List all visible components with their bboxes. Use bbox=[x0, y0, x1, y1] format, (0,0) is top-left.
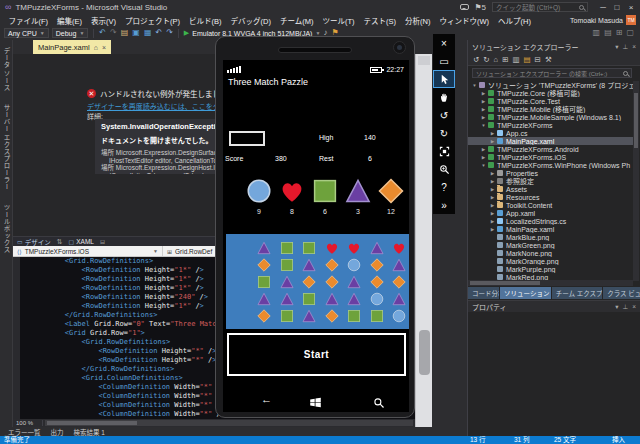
tree-item[interactable]: MarkGreen.png bbox=[468, 241, 633, 249]
board-triangle-piece[interactable] bbox=[280, 275, 294, 293]
split-view-icon[interactable]: ⊟ bbox=[100, 238, 105, 245]
scrollbar-handle[interactable] bbox=[634, 93, 638, 148]
emulator-fit-to-screen-button[interactable] bbox=[433, 142, 455, 160]
tree-item[interactable]: MarkPurple.png bbox=[468, 265, 633, 273]
panel-tab[interactable]: 検索結果 1 bbox=[74, 427, 105, 437]
expander-arrow-icon[interactable]: ▶ bbox=[489, 203, 496, 208]
menu-item[interactable]: デバッグ(D) bbox=[226, 15, 275, 26]
user-avatar[interactable]: TM bbox=[626, 15, 636, 25]
sync-with-active-document-icon[interactable]: ▤ bbox=[524, 55, 531, 64]
back-icon[interactable]: ↺ bbox=[473, 55, 479, 64]
board-diamond-piece[interactable] bbox=[257, 258, 271, 276]
build-configuration-dropdown[interactable]: Debug▼ bbox=[52, 28, 89, 38]
explorer-tab[interactable]: ソリューション エ… bbox=[500, 287, 551, 299]
navigate-forward-icon[interactable]: ↷ bbox=[110, 28, 117, 38]
board-diamond-piece[interactable] bbox=[325, 258, 339, 276]
panel-header-icon[interactable]: ⊥ bbox=[623, 303, 629, 311]
side-tool-tab[interactable]: ツールボックス bbox=[1, 204, 11, 253]
tree-item[interactable]: ▶MainPage.xaml bbox=[468, 225, 633, 233]
tree-item[interactable]: ▶App.cs bbox=[468, 129, 633, 137]
menu-item[interactable]: テスト(S) bbox=[359, 15, 401, 26]
side-tool-tab[interactable]: サーバー エクスプローラー bbox=[1, 104, 11, 190]
puzzle-board[interactable] bbox=[226, 234, 409, 329]
find-icon[interactable]: ▥ bbox=[593, 28, 601, 38]
home-icon[interactable]: ⌂ bbox=[494, 55, 499, 64]
expander-arrow-icon[interactable]: ▼ bbox=[471, 83, 478, 88]
menu-item[interactable]: ウィンドウ(W) bbox=[435, 15, 494, 26]
search-button[interactable] bbox=[373, 395, 385, 412]
tree-item[interactable]: ▶TMPuzzle.MobileSample (Windows 8.1) bbox=[468, 113, 633, 121]
tree-item[interactable]: ▶Toolkit.Content bbox=[468, 201, 633, 209]
tree-item[interactable]: MarkOrange.png bbox=[468, 257, 633, 265]
board-triangle-piece[interactable] bbox=[347, 292, 361, 310]
board-triangle-piece[interactable] bbox=[325, 292, 339, 310]
maximize-button[interactable]: □ bbox=[610, 3, 624, 12]
board-triangle-piece[interactable] bbox=[392, 258, 406, 276]
explorer-tab[interactable]: クラス ビュー bbox=[603, 287, 640, 299]
expander-arrow-icon[interactable]: ▶ bbox=[489, 195, 496, 200]
board-diamond-piece[interactable] bbox=[370, 258, 384, 276]
show-all-files-icon[interactable]: ▥ bbox=[512, 55, 519, 64]
scrollbar-handle[interactable] bbox=[419, 330, 430, 375]
expander-arrow-icon[interactable]: ▶ bbox=[480, 147, 487, 152]
panel-tab[interactable]: エラー一覧 bbox=[8, 427, 41, 437]
swap-panes-icon[interactable]: ⇅ bbox=[57, 238, 63, 246]
expander-arrow-icon[interactable]: ▶ bbox=[480, 91, 487, 96]
panel-header-icon[interactable]: ▾ bbox=[615, 43, 618, 51]
board-square-piece[interactable] bbox=[302, 292, 316, 310]
xaml-view-tab[interactable]: ▢ XAML bbox=[69, 238, 94, 245]
expander-arrow-icon[interactable]: ▶ bbox=[489, 211, 496, 216]
board-diamond-piece[interactable] bbox=[302, 275, 316, 293]
tree-item[interactable]: MarkNone.png bbox=[468, 249, 633, 257]
tree-item[interactable]: ▶TMPuzzleXForms.iOS bbox=[468, 153, 633, 161]
expander-arrow-icon[interactable]: ▶ bbox=[489, 227, 496, 232]
board-heart-piece[interactable] bbox=[392, 241, 406, 259]
board-diamond-piece[interactable] bbox=[325, 275, 339, 293]
expander-arrow-icon[interactable]: ▶ bbox=[489, 171, 496, 176]
board-square-piece[interactable] bbox=[257, 275, 271, 293]
minimize-button[interactable]: ─ bbox=[596, 3, 610, 12]
tree-item[interactable]: ▶LocalizedStrings.cs bbox=[468, 217, 633, 225]
board-triangle-piece[interactable] bbox=[370, 241, 384, 259]
navigate-backward-icon[interactable]: ↶ bbox=[99, 28, 106, 38]
tree-item[interactable]: MarkBlue.png bbox=[468, 233, 633, 241]
panel-header-icon[interactable]: × bbox=[632, 303, 636, 311]
board-circle-piece[interactable] bbox=[347, 258, 361, 276]
misc-icon[interactable]: ▢ bbox=[626, 28, 634, 38]
tree-item[interactable]: ▼TMPuzzleXForms bbox=[468, 121, 633, 129]
switch-views-icon[interactable]: ⊞ bbox=[502, 55, 508, 64]
board-square-piece[interactable] bbox=[280, 241, 294, 259]
empty-outline-button[interactable] bbox=[229, 131, 265, 146]
close-tab-icon[interactable]: × bbox=[102, 44, 106, 51]
feedback-icon[interactable] bbox=[460, 4, 469, 10]
emulator-zoom-button[interactable] bbox=[433, 160, 455, 178]
tree-vertical-scrollbar[interactable] bbox=[633, 81, 639, 281]
expander-arrow-icon[interactable]: ▶ bbox=[480, 115, 487, 120]
notifications-flag-icon[interactable]: ⚑5 bbox=[474, 3, 486, 12]
menu-item[interactable]: ヘルプ(H) bbox=[494, 15, 536, 26]
scrollbar-handle[interactable] bbox=[470, 281, 540, 285]
tree-item[interactable]: ▼ソリューション 'TMPuzzleXForms' (8 プロジェクト) bbox=[468, 81, 633, 89]
menu-item[interactable]: プロジェクト(P) bbox=[121, 15, 185, 26]
tree-item[interactable]: ▼TMPuzzleXForms.WinPhone (Windows Ph bbox=[468, 161, 633, 169]
board-triangle-piece[interactable] bbox=[392, 292, 406, 310]
board-diamond-piece[interactable] bbox=[392, 275, 406, 293]
horizontal-scrollbar[interactable] bbox=[45, 420, 413, 426]
emulator-expand-toolbar-button[interactable]: » bbox=[433, 196, 455, 214]
board-square-piece[interactable] bbox=[280, 258, 294, 276]
panel-header-icon[interactable]: ⊥ bbox=[623, 43, 629, 51]
board-triangle-piece[interactable] bbox=[302, 258, 316, 276]
back-button[interactable]: ← bbox=[261, 393, 272, 405]
board-heart-piece[interactable] bbox=[325, 241, 339, 259]
emulator-help-button[interactable]: ? bbox=[433, 178, 455, 196]
block-icon[interactable]: ⊞ bbox=[616, 28, 623, 38]
user-name[interactable]: Tomoaki Masuda bbox=[570, 17, 623, 24]
tree-item[interactable]: ▶TMPuzzle.Mobile (移植可能) bbox=[468, 105, 633, 113]
emulator-minimize-button[interactable]: ▭ bbox=[433, 52, 455, 70]
board-square-piece[interactable] bbox=[302, 241, 316, 259]
side-tool-tab[interactable]: データ ソース bbox=[1, 47, 11, 91]
expander-arrow-icon[interactable]: ▶ bbox=[480, 99, 487, 104]
outline-icon[interactable]: ▤ bbox=[604, 28, 612, 38]
solution-explorer-search-input[interactable]: ソリューション エクスプローラー の検索 (Ctrl+;) bbox=[472, 68, 632, 78]
menu-item[interactable]: ファイル(F) bbox=[4, 15, 53, 26]
